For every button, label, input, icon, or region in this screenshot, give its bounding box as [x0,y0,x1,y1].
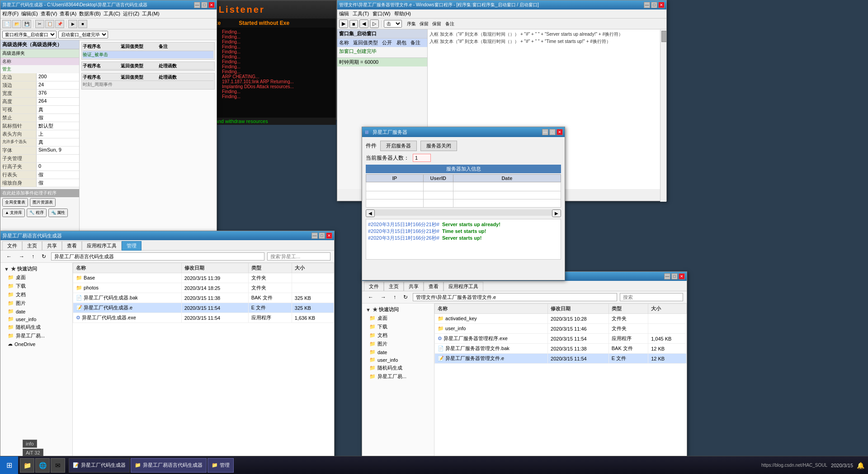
taskbar-browser[interactable]: 🌐 [35,458,50,473]
toolbar-open[interactable]: 📂 [12,20,21,28]
tab-app-tools[interactable]: 应用程序工具 [82,241,122,250]
ex2-col-size[interactable]: 大小 [648,304,687,314]
sm-menu-help[interactable]: 帮助(H) [394,10,411,17]
server-popup-controls[interactable]: — □ ✕ [542,129,563,135]
ex2-minimize[interactable]: — [664,273,670,280]
list-item-selected2[interactable]: 📝 异星工厂服务器管理文件.e 2020/3/15 11:54 E 文件 12 … [435,354,687,364]
sm-minimize[interactable]: — [644,2,650,8]
list-item[interactable]: 📁 user_info 2020/3/15 11:46 文件夹 [435,324,687,334]
address-bar-1[interactable] [51,252,264,261]
forward-btn[interactable]: → [17,252,27,261]
sidebar-userinfo[interactable]: 📁user_info [0,315,72,323]
sidebar-random[interactable]: 📁随机码生成 [0,323,72,332]
up-btn[interactable]: ↑ [29,252,37,261]
sidebar-desktop[interactable]: 📁桌面 [0,273,72,282]
server-manager-controls[interactable]: — □ ✕ [644,2,665,8]
menu-edit[interactable]: 编辑(E) [21,10,38,17]
ex2-back[interactable]: ← [366,293,376,302]
scroll-right[interactable]: ▶ [552,209,561,217]
ex2-sidebar-pics[interactable]: 📁图片 [362,340,434,348]
sm-menu-window[interactable]: 窗口(W) [373,10,391,17]
sm-scrollbar[interactable] [660,30,666,189]
sidebar-docs[interactable]: 📁文档 [0,290,72,299]
btn-support-lib[interactable]: ▲ 支持库 [2,209,25,217]
sp-minimize[interactable]: — [542,129,548,135]
ex2-col-date[interactable]: 修改日期 [548,304,609,314]
ex1-minimize[interactable]: — [311,232,318,239]
sm-close[interactable]: ✕ [658,2,665,8]
list-item[interactable]: ⚙ 异星工厂代码生成器.exe 2020/3/15 11:54 应用程序 1,6… [73,313,334,323]
maximize-btn[interactable]: □ [201,2,208,8]
list-item[interactable]: 📁 photos 2020/3/14 18:25 文件夹 [73,283,334,293]
sm-menu-tools[interactable]: 工具(T) [353,10,369,17]
ex2-close[interactable]: ✕ [679,273,685,280]
notification-icon[interactable]: 🔔 [857,462,864,469]
ex2-forward[interactable]: → [378,293,388,302]
menu-run[interactable]: 运行(Z) [123,10,139,17]
ex2-refresh[interactable]: ↻ [401,293,410,302]
sm-step[interactable]: ▷ [370,19,379,28]
start-button[interactable]: ⊞ [0,456,18,474]
menu-program[interactable]: 程序(F) [2,10,19,17]
sm-stop[interactable]: ■ [349,20,358,28]
list-item-selected[interactable]: 📝 异星工厂代码生成器.e 2020/3/15 11:54 E 文件 325 K… [73,303,334,313]
col-type[interactable]: 类型 [248,263,292,273]
toolbar-copy[interactable]: 📋 [45,20,54,28]
list-item[interactable]: 📄 异星工厂服务器管理文件.bak 2020/3/15 11:38 BAK 文件… [435,344,687,354]
col-date[interactable]: 修改日期 [181,263,248,273]
sidebar-factorio-easy[interactable]: 📁异星工厂易... [0,332,72,340]
subprogram-dropdown[interactable]: 启动窗口_创建完毕 [58,31,108,38]
ex2-sidebar-desktop[interactable]: 📁桌面 [362,314,434,322]
ex1-close[interactable]: ✕ [326,232,332,239]
explorer2-controls[interactable]: — □ ✕ [664,273,685,280]
ex2-sidebar-date[interactable]: 📁date [362,348,434,356]
taskbar-file-explorer[interactable]: 📁 [20,458,34,473]
window-set-dropdown[interactable]: 窗口程序集_启动窗口 [2,31,57,38]
sidebar-onedrive[interactable]: ☁OneDrive [0,340,72,348]
back-btn[interactable]: ← [4,252,14,261]
list-item[interactable]: 📁 Base 2020/3/15 11:39 文件夹 [73,273,334,283]
explorer1-controls[interactable]: — □ ✕ [311,232,332,239]
list-item[interactable]: 📁 activatied_key 2020/3/15 10:28 文件夹 [435,314,687,324]
toolbar-cut[interactable]: ✂ [35,20,44,28]
sidebar-pics[interactable]: 📁图片 [0,299,72,308]
sm-back[interactable]: ◀ [359,19,368,28]
address-bar-2[interactable] [413,293,617,301]
tab-share[interactable]: 共享 [42,241,62,250]
sm-scroll-thumb[interactable] [661,31,666,42]
menu-tools2[interactable]: 工具(M) [142,10,160,17]
list-item[interactable]: 📄 异星工厂代码生成器.bak 2020/3/15 11:38 BAK 文件 3… [73,293,334,303]
refresh-btn[interactable]: ↻ [39,252,48,261]
tab-home[interactable]: 主页 [22,241,42,250]
taskbar-code-editor[interactable]: 📝 异星工厂代码生成器 [69,458,130,473]
sm-menu-edit[interactable]: 编辑 [339,10,349,17]
players-input[interactable] [413,154,431,162]
scroll-left[interactable]: ◀ [366,209,375,217]
btn-stop-server[interactable]: 服务器关闭 [420,141,457,151]
sm-play[interactable]: ▶ [339,19,348,28]
ex2-col-type[interactable]: 类型 [609,304,648,314]
toolbar-stop[interactable]: ■ [78,20,87,28]
ex2-sidebar-random[interactable]: 📁随机码生成 [362,364,434,372]
sm-dropdown[interactable]: 击 [384,20,402,28]
ex2-col-name[interactable]: 名称 [435,304,548,314]
ex2-tab-home[interactable]: 主页 [384,282,404,291]
minimize-btn[interactable]: — [194,2,200,8]
tab-img-resources[interactable]: 图片资源表 [30,198,56,207]
toolbar-paste[interactable]: 📌 [55,20,64,28]
taskbar-manage[interactable]: 📁 管理 [208,458,234,473]
sidebar-date[interactable]: 📁date [0,308,72,315]
ex2-quick-access-header[interactable]: ▼ ★ 快速访问 [362,305,434,314]
menu-db[interactable]: 数据库(B) [79,10,101,17]
tab-global-vars[interactable]: 全局变量表 [2,198,28,207]
ex2-tab-file[interactable]: 文件 [364,282,384,291]
ex2-sidebar-downloads[interactable]: 📁下载 [362,322,434,331]
ex2-up[interactable]: ↑ [391,293,398,302]
ex2-sidebar-userinfo[interactable]: 📁user_info [362,356,434,364]
btn-properties[interactable]: 🔩 属性 [48,209,68,217]
menu-view2[interactable]: 查看(A) [60,10,76,17]
ex1-maximize[interactable]: □ [319,232,325,239]
menu-view[interactable]: 查看(V) [41,10,57,17]
tab-file[interactable]: 文件 [2,241,22,250]
search-box-1[interactable] [267,252,330,261]
